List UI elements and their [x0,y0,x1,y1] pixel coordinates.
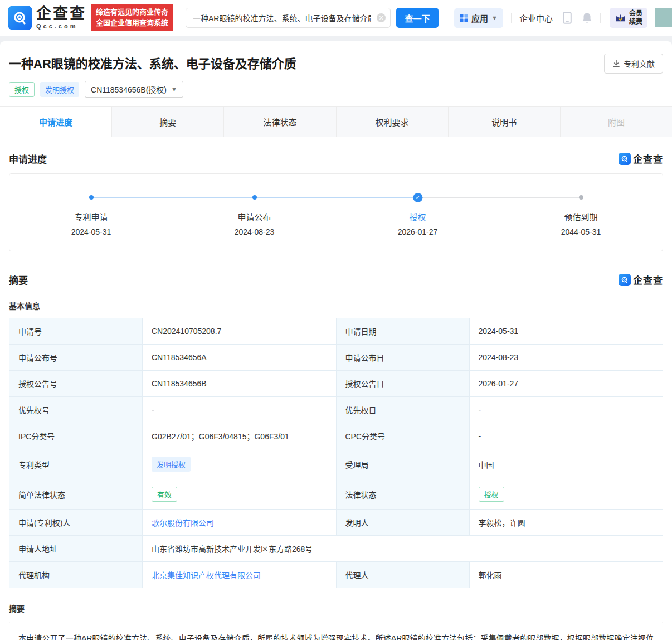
notification-bell-icon[interactable] [582,12,592,24]
row-value: - [469,423,663,449]
qcc-watermark-logo: 企查查 [619,152,663,166]
row-label: 授权公告号 [9,371,143,397]
divider [600,13,601,23]
logo-text-en: Qcc.com [36,23,86,30]
milestone-date: 2024-08-23 [173,227,336,236]
tab-claims[interactable]: 权利要求 [337,107,449,137]
row-value: 李毅松，许圆 [469,510,663,536]
qcc-mini-icon [619,274,631,286]
row-label: 发明人 [336,510,469,536]
table-row: IPC分类号 G02B27/01；G06F3/04815；G06F3/01 CP… [9,423,663,449]
row-value: 2024-08-23 [469,345,663,371]
apps-label: 应用 [471,12,488,24]
vip-renew-button[interactable]: 会员 续费 [610,8,647,28]
table-row: 申请人地址 山东省潍坊市高新技术产业开发区东方路268号 [9,536,663,562]
divider [511,13,512,23]
search-button[interactable]: 查一下 [396,8,439,28]
table-row: 授权公告号 CN118534656B 授权公告日 2026-01-27 [9,371,663,397]
progress-section-title: 申请进度 [9,152,47,166]
row-label: CPC分类号 [336,423,469,449]
patent-type-badge: 发明授权 [152,457,191,472]
row-value: G02B27/01；G06F3/04815；G06F3/01 [143,423,337,449]
row-label: 申请日期 [336,318,469,345]
row-value: 郭化雨 [469,562,663,588]
apps-menu-button[interactable]: 应用 ▼ [454,8,503,28]
milestone-label: 授权 [336,211,499,222]
tab-application-progress[interactable]: 申请进度 [0,107,112,137]
download-icon [612,60,620,67]
row-value: 中国 [469,449,663,479]
abstract-text: 本申请公开了一种AR眼镜的校准方法、系统、电子设备及存储介质，所属的技术领域为增… [9,622,663,640]
milestone-label: 专利申请 [9,211,173,222]
milestone-grant: 授权 2026-01-27 [336,211,499,236]
qcc-logo-icon [8,6,32,30]
user-avatar[interactable] [655,8,672,27]
timeline-line-future [418,197,581,198]
slogan-line-2: 全国企业信用查询系统 [96,18,168,28]
abstract-title: 摘要 [0,588,672,620]
tab-abstract[interactable]: 摘要 [112,107,224,137]
tab-legal-status[interactable]: 法律状态 [224,107,336,137]
row-label: IPC分类号 [9,423,143,449]
legal-status-badge: 授权 [479,487,504,502]
row-label: 优先权日 [336,397,469,423]
agency-link[interactable]: 北京集佳知识产权代理有限公司 [152,571,261,580]
type-badge-invention-grant: 发明授权 [40,82,79,97]
tab-specification[interactable]: 说明书 [449,107,561,137]
search-clear-icon[interactable]: ✕ [377,13,386,22]
row-label: 法律状态 [336,479,469,510]
table-row: 申请公布号 CN118534656A 申请公布日 2024-08-23 [9,345,663,371]
vip-label-line1: 会员 [629,9,642,18]
patent-document-button[interactable]: 专利文献 [604,54,663,74]
row-value: CN118534656B [143,371,337,397]
applicant-link[interactable]: 歌尔股份有限公司 [152,518,214,527]
milestone-date: 2026-01-27 [336,227,499,236]
tab-figures[interactable]: 附图 [561,107,672,137]
row-value: CN118534656A [143,345,337,371]
row-value: - [143,397,337,423]
enterprise-center-link[interactable]: 企业中心 [519,12,553,24]
milestone-expiry: 预估到期 2044-05-31 [499,211,663,236]
row-label: 专利类型 [9,449,143,479]
application-timeline: ✓ 专利申请 2024-05-31 申请公布 2024-08-23 授权 202… [9,173,663,251]
patent-detail-card: 一种AR眼镜的校准方法、系统、电子设备及存储介质 专利文献 授权 发明授权 CN… [0,41,672,640]
qcc-mini-icon [619,153,631,165]
milestone-filing: 专利申请 2024-05-31 [9,211,173,236]
qcc-logo[interactable]: 企查查 Qcc.com [8,6,86,30]
row-label: 申请号 [9,318,143,345]
qcc-watermark-text: 企查查 [633,273,663,287]
row-label: 受理局 [336,449,469,479]
table-row: 简单法律状态 有效 法律状态 授权 [9,479,663,510]
row-label: 优先权号 [9,397,143,423]
timeline-dot-publication [252,195,257,200]
search-input[interactable] [186,8,391,28]
milestone-publication: 申请公布 2024-08-23 [173,211,336,236]
table-row: 专利类型 发明授权 受理局 中国 [9,449,663,479]
timeline-check-icon-grant: ✓ [413,193,422,202]
mobile-app-icon[interactable] [563,12,572,24]
applicant-address: 山东省潍坊市高新技术产业开发区东方路268号 [143,536,663,562]
simple-legal-status-badge: 有效 [152,487,177,502]
row-label: 申请公布号 [9,345,143,371]
table-row: 代理机构 北京集佳知识产权代理有限公司 代理人 郭化雨 [9,562,663,588]
row-label: 代理人 [336,562,469,588]
row-label: 简单法律状态 [9,479,143,510]
page-title: 一种AR眼镜的校准方法、系统、电子设备及存储介质 [9,54,595,71]
chevron-down-icon: ▼ [171,86,177,93]
vip-label-line2: 续费 [629,18,642,26]
row-label: 代理机构 [9,562,143,588]
row-label: 申请公布日 [336,345,469,371]
table-row: 优先权号 - 优先权日 - [9,397,663,423]
patent-document-label: 专利文献 [624,58,655,69]
timeline-dot-filing [89,195,94,200]
milestone-date: 2024-05-31 [9,227,173,236]
row-value: - [469,397,663,423]
table-row: 申请(专利权)人 歌尔股份有限公司 发明人 李毅松，许圆 [9,510,663,536]
row-label: 申请人地址 [9,536,143,562]
milestone-date: 2044-05-31 [499,227,663,236]
basic-info-title: 基本信息 [0,294,672,318]
patent-number-select[interactable]: CN118534656B(授权) ▼ [85,81,183,98]
detail-tabs: 申请进度 摘要 法律状态 权利要求 说明书 附图 [0,106,672,137]
patent-number-value: CN118534656B(授权) [91,84,167,95]
milestone-label: 预估到期 [499,211,663,222]
